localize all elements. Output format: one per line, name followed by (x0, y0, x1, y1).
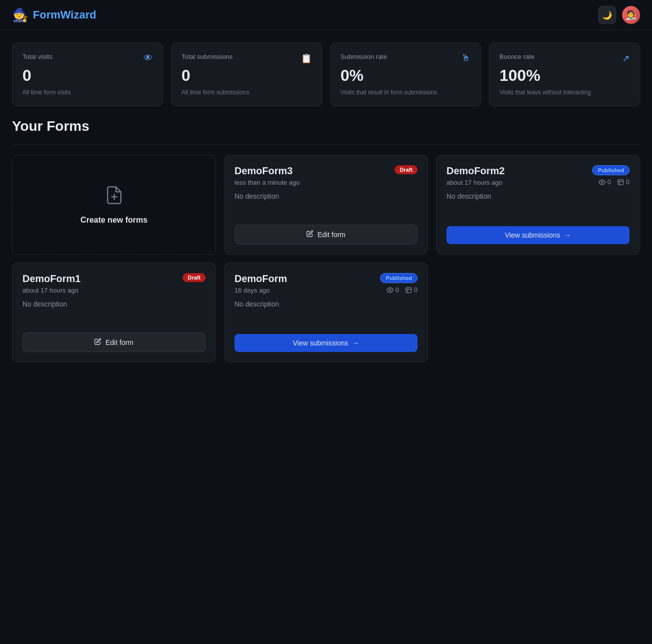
navbar-right: 🌙 🧑‍🎨 (598, 6, 640, 24)
header-right-block-demoform1: Draft (183, 273, 206, 282)
form-card-time-demoform3: less than a minute ago (234, 179, 300, 186)
form-card-meta-demoform: 0 0 (387, 286, 418, 294)
edit-form-button-demoform1[interactable]: Edit form (22, 332, 206, 352)
stat-sub-1: All time form submissions (182, 89, 312, 96)
form-card-header-demoform1: DemoForm1 about 17 hours ago Draft (22, 273, 206, 294)
forms-title: Your Forms (12, 118, 640, 134)
stat-value-2: 0% (341, 66, 471, 85)
stat-card-2: Submission rate 0% Visits that result in… (330, 42, 481, 106)
arrow-icon-demoform: → (352, 339, 359, 347)
status-badge-demoform1: Draft (183, 273, 206, 282)
form-card-header-demoform3: DemoForm3 less than a minute ago Draft (234, 165, 418, 186)
form-card-desc-demoform1: No description (22, 300, 206, 326)
form-card-header-demoform2: DemoForm2 about 17 hours ago Published 0… (446, 165, 630, 186)
stat-value-0: 0 (22, 66, 153, 85)
form-card-desc-demoform2: No description (446, 192, 630, 220)
stat-icon-1: 📋 (301, 53, 312, 64)
form-card-header-demoform: DemoForm 16 days ago Published 0 0 (234, 273, 418, 294)
form-card-name-demoform3: DemoForm3 (234, 165, 300, 177)
form-card-title-block-demoform3: DemoForm3 less than a minute ago (234, 165, 300, 186)
form-card-desc-demoform3: No description (234, 192, 418, 219)
create-new-form-card[interactable]: Create new forms (12, 155, 216, 255)
header-right-block-demoform: Published 0 0 (380, 273, 418, 294)
svg-point-2 (601, 181, 603, 183)
stat-label-0: Total visits (22, 53, 153, 60)
status-badge-demoform2: Published (592, 165, 630, 175)
stat-sub-0: All time form visits (22, 89, 153, 96)
create-form-icon (104, 185, 124, 210)
form-card-desc-demoform: No description (234, 300, 418, 328)
avatar[interactable]: 🧑‍🎨 (622, 6, 640, 24)
form-card-title-block-demoform1: DemoForm1 about 17 hours ago (22, 273, 81, 294)
form-card-time-demoform: 16 days ago (234, 287, 287, 294)
form-card-time-demoform2: about 17 hours ago (446, 179, 505, 186)
theme-toggle-button[interactable]: 🌙 (598, 6, 616, 24)
svg-point-6 (389, 289, 391, 291)
status-badge-demoform: Published (380, 273, 418, 283)
forms-divider (12, 144, 640, 145)
form-card-demoform3: DemoForm3 less than a minute ago Draft N… (224, 155, 428, 255)
brand[interactable]: 🧙 FormWizard (12, 7, 96, 23)
svg-rect-3 (618, 179, 624, 185)
stats-section: Total visits 0 All time form visits 👁 To… (0, 30, 652, 106)
form-card-time-demoform1: about 17 hours ago (22, 287, 81, 294)
stat-sub-3: Visits that leavs without interacting (499, 89, 630, 96)
svg-rect-7 (406, 287, 412, 293)
edit-form-button-demoform3[interactable]: Edit form (234, 225, 418, 244)
form-card-title-block-demoform: DemoForm 16 days ago (234, 273, 287, 294)
avatar-emoji: 🧑‍🎨 (626, 9, 637, 20)
stat-label-1: Total submissions (182, 53, 312, 60)
stat-card-3: Buonce rate 100% Visits that leavs witho… (489, 42, 640, 106)
stat-card-0: Total visits 0 All time form visits 👁 (12, 42, 163, 106)
submissions-meta-demoform2: 0 (617, 178, 630, 186)
stat-icon-0: 👁 (144, 53, 153, 63)
navbar: 🧙 FormWizard 🌙 🧑‍🎨 (0, 0, 652, 30)
stat-icon-3: ↗ (622, 53, 630, 64)
edit-icon-demoform3 (306, 230, 313, 239)
stat-sub-2: Visits that result in form submissions (341, 89, 471, 96)
submissions-meta-demoform: 0 (405, 286, 418, 294)
form-card-meta-demoform2: 0 0 (599, 178, 630, 186)
form-card-name-demoform: DemoForm (234, 273, 287, 285)
create-form-label: Create new forms (80, 216, 147, 225)
form-card-name-demoform1: DemoForm1 (22, 273, 81, 285)
stat-icon-2: 🖱 (461, 53, 470, 63)
header-right-block-demoform3: Draft (395, 165, 418, 174)
form-card-demoform1: DemoForm1 about 17 hours ago Draft No de… (12, 263, 216, 362)
form-card-title-block-demoform2: DemoForm2 about 17 hours ago (446, 165, 505, 186)
arrow-icon-demoform2: → (564, 231, 571, 239)
logo-icon: 🧙 (12, 7, 28, 23)
form-card-demoform: DemoForm 16 days ago Published 0 0 No de… (224, 263, 428, 362)
views-meta-demoform: 0 (387, 286, 399, 294)
stat-label-2: Submission rate (341, 53, 471, 60)
form-card-demoform2: DemoForm2 about 17 hours ago Published 0… (436, 155, 640, 255)
view-submissions-button-demoform2[interactable]: View submissions → (446, 226, 630, 244)
edit-icon-demoform1 (94, 338, 101, 346)
stat-value-3: 100% (499, 66, 630, 85)
forms-section: Your Forms Create new forms DemoForm3 le… (0, 106, 652, 374)
stat-card-1: Total submissions 0 All time form submis… (171, 42, 322, 106)
brand-name: FormWizard (33, 8, 96, 21)
forms-grid: Create new forms DemoForm3 less than a m… (12, 155, 640, 362)
views-meta-demoform2: 0 (599, 178, 611, 186)
header-right-block-demoform2: Published 0 0 (592, 165, 630, 186)
moon-icon: 🌙 (602, 10, 612, 20)
stat-label-3: Buonce rate (499, 53, 630, 60)
form-card-name-demoform2: DemoForm2 (446, 165, 505, 177)
status-badge-demoform3: Draft (395, 165, 418, 174)
view-submissions-button-demoform[interactable]: View submissions → (234, 334, 418, 352)
stat-value-1: 0 (182, 66, 312, 85)
